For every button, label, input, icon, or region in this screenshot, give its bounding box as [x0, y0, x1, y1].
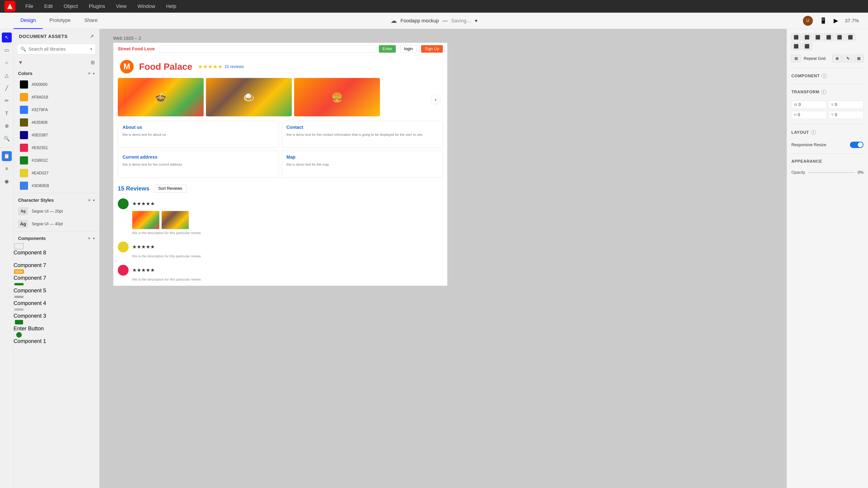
menu-help[interactable]: Help	[161, 0, 182, 13]
dist-v-button[interactable]: ⬛	[802, 42, 812, 50]
grid-icon[interactable]: ⊞	[91, 60, 95, 66]
color-swatch-4[interactable]	[20, 131, 28, 139]
review-desc-2: this is the description for this particu…	[118, 278, 443, 281]
menu-object[interactable]: Object	[58, 0, 84, 13]
align-bottom-button[interactable]: ⬛	[846, 33, 855, 41]
nav-login-button[interactable]: login	[400, 45, 416, 53]
layout-info-icon[interactable]: i	[811, 130, 816, 135]
color-swatch-7[interactable]	[20, 169, 28, 177]
info-card-about: About us this is demo text for about us	[118, 121, 279, 148]
restaurant-stars: ★★★★★ 15 reviews	[198, 64, 244, 70]
color-label-1: #F8A018	[32, 95, 48, 100]
color-label-6: #15801C	[32, 158, 48, 163]
restaurant-name: Food Palace	[139, 62, 192, 72]
reviews-link[interactable]: 15 reviews	[224, 64, 244, 69]
next-image-button[interactable]: ›	[431, 94, 440, 104]
nav-search-input[interactable]	[159, 45, 374, 53]
colors-section-header[interactable]: Colors + ▾	[13, 67, 99, 78]
color-swatch-3[interactable]	[20, 119, 28, 127]
color-item-5: #E92351	[13, 141, 99, 154]
align-top-button[interactable]: ⬛	[824, 33, 833, 41]
w-label: W	[794, 103, 797, 107]
menu-edit[interactable]: Edit	[39, 0, 58, 13]
components-collapse-icon[interactable]: ▾	[93, 236, 95, 240]
align-toolbar: ⬛ ⬛ ⬛ ⬛ ⬛ ⬛ ⬛ ⬛	[792, 33, 864, 50]
component-info-icon[interactable]: i	[822, 73, 827, 78]
color-swatch-2[interactable]	[20, 106, 28, 114]
search-tool[interactable]: 🔍	[2, 134, 12, 144]
color-swatch-1[interactable]	[20, 93, 28, 101]
y-label: Y	[831, 113, 834, 117]
assets-icon[interactable]: 📋	[2, 151, 12, 161]
layers-icon[interactable]: ≡	[2, 164, 12, 174]
add-color-icon[interactable]: +	[88, 70, 91, 76]
ellipse-tool[interactable]: ○	[2, 58, 12, 68]
repeat-grid-label: Repeat Grid	[804, 56, 826, 61]
artboard: Street Food Love Enter login Sign Up M F…	[113, 42, 447, 286]
repeat-grid-copy-button[interactable]: ⊕	[832, 55, 842, 62]
char-style-item-0: Ag Segoe UI — 20pt	[13, 205, 99, 218]
dropdown-icon[interactable]: ▾	[475, 18, 477, 24]
align-center-h-button[interactable]: ⬛	[802, 33, 812, 41]
tab-share[interactable]: Share	[78, 13, 104, 29]
user-avatar[interactable]: U	[803, 16, 813, 26]
dist-h-button[interactable]: ⬛	[792, 42, 801, 50]
char-styles-collapse-icon[interactable]: ▾	[93, 198, 95, 202]
color-swatch-8[interactable]	[20, 182, 28, 190]
info-card-contact: Contact this is demo text for the contac…	[282, 121, 443, 148]
char-style-item-1: Ag Segoe UI — 40pt	[13, 218, 99, 230]
tab-design[interactable]: Design	[13, 13, 42, 29]
menu-view[interactable]: View	[111, 0, 132, 13]
transform-w-field[interactable]: W 0	[792, 101, 827, 109]
transform-info-icon[interactable]: i	[821, 90, 826, 94]
canvas-area: Web 1920 – 2 Street Food Love Enter logi…	[99, 29, 786, 488]
text-tool[interactable]: T	[2, 108, 12, 119]
plugins-icon[interactable]: ◉	[2, 176, 12, 186]
align-left-button[interactable]: ⬛	[792, 33, 801, 41]
repeat-grid-ungroup-button[interactable]: ⊠	[854, 55, 864, 62]
pen-tool[interactable]: ✏	[2, 96, 12, 106]
search-bar[interactable]: 🔍 ▾	[17, 44, 96, 54]
opacity-slider[interactable]	[808, 172, 855, 173]
search-dropdown-icon[interactable]: ▾	[90, 46, 92, 52]
align-right-button[interactable]: ⬛	[813, 33, 823, 41]
menu-plugins[interactable]: Plugins	[84, 0, 111, 13]
add-component-icon[interactable]: +	[88, 235, 91, 241]
right-panel: ⬛ ⬛ ⬛ ⬛ ⬛ ⬛ ⬛ ⬛ ⊞ Repeat Grid ⊕ ✎ ⊠ COMP…	[786, 29, 868, 488]
triangle-tool[interactable]: △	[2, 70, 12, 80]
add-char-style-icon[interactable]: +	[88, 197, 91, 203]
nav-signup-button[interactable]: Sign Up	[421, 45, 443, 53]
mobile-icon[interactable]: 📱	[819, 17, 827, 24]
repeat-grid-edit-button[interactable]: ✎	[843, 55, 852, 62]
rect-tool[interactable]: ▭	[2, 45, 12, 55]
color-swatch-5[interactable]	[20, 144, 28, 152]
line-tool[interactable]: ╱	[2, 83, 12, 93]
nav-enter-button[interactable]: Enter	[379, 45, 396, 53]
tab-prototype[interactable]: Prototype	[42, 13, 77, 29]
filter-icon[interactable]: ▼	[18, 60, 23, 66]
colors-collapse-icon[interactable]: ▾	[93, 71, 95, 76]
menu-window[interactable]: Window	[132, 0, 160, 13]
align-center-v-button[interactable]: ⬛	[835, 33, 844, 41]
char-styles-section-header[interactable]: Character Styles + ▾	[13, 194, 99, 205]
zoom-level[interactable]: 37.7%	[845, 18, 859, 24]
sort-reviews-button[interactable]: Sort Reviews	[154, 185, 186, 193]
color-swatch-0[interactable]	[20, 80, 28, 89]
color-swatch-6[interactable]	[20, 156, 28, 164]
play-icon[interactable]: ▶	[834, 17, 838, 24]
transform-y-field[interactable]: Y 0	[829, 111, 864, 119]
export-icon[interactable]: ↗	[90, 33, 94, 39]
color-label-2: #3279FA	[32, 107, 48, 112]
components-section-header[interactable]: Components + ▾	[13, 232, 99, 243]
menu-file[interactable]: File	[20, 0, 39, 13]
transform-x-field[interactable]: X 0	[829, 101, 864, 109]
component-section-title: COMPONENT i	[792, 73, 864, 78]
comp-preview-4	[13, 294, 24, 300]
color-label-4: #0E0387	[32, 133, 48, 138]
component-tool[interactable]: ⊕	[2, 121, 12, 131]
review-item-1: ★★★★★ this is the description for this p…	[113, 239, 447, 263]
transform-h-field[interactable]: H 0	[792, 111, 827, 119]
search-input[interactable]	[29, 46, 88, 52]
responsive-resize-toggle[interactable]	[850, 142, 864, 148]
select-tool[interactable]: ↖	[2, 33, 12, 42]
